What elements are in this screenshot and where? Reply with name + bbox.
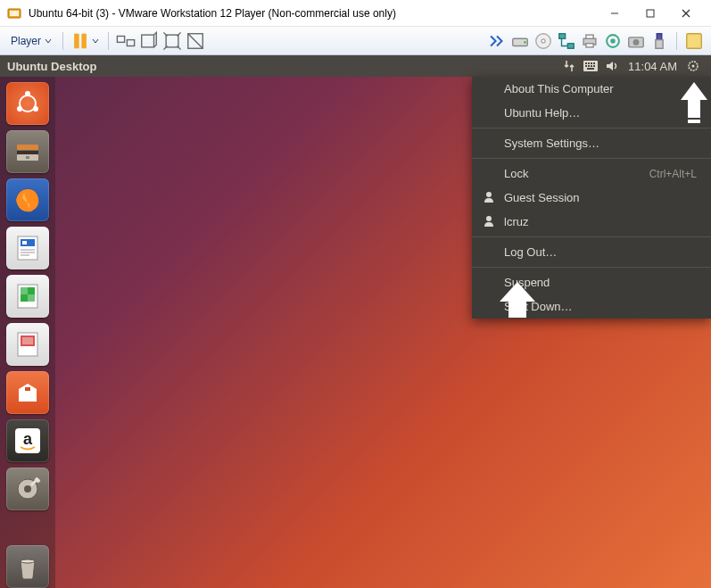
keyboard-indicator[interactable] [580,55,601,77]
svg-rect-8 [117,36,124,42]
svg-rect-3 [647,10,654,17]
unity-launcher: a [0,77,55,588]
guest-display: Ubuntu Desktop 11:04 AM a [0,55,711,588]
svg-rect-31 [657,33,662,39]
svg-point-47 [25,91,30,96]
system-settings-button[interactable] [6,468,49,510]
network-icon[interactable] [557,31,576,51]
impress-button[interactable] [6,323,49,366]
svg-rect-41 [591,65,592,67]
chevron-down-icon [45,37,52,45]
svg-text:a: a [23,430,33,448]
svg-rect-40 [588,65,590,67]
menu-log-out[interactable]: Log Out… [472,240,711,264]
svg-rect-39 [585,65,587,67]
svg-rect-43 [587,68,594,70]
network-indicator[interactable] [558,55,580,77]
menu-guest-session[interactable]: Guest Session [472,186,711,210]
maximize-button[interactable] [632,1,668,26]
amazon-button[interactable]: a [6,419,49,462]
svg-point-19 [524,41,526,44]
svg-rect-57 [22,241,27,244]
svg-line-17 [188,33,203,48]
svg-rect-64 [28,294,35,302]
svg-point-28 [610,38,616,44]
close-button[interactable] [668,1,704,26]
calc-button[interactable] [6,275,49,318]
shortcut-label: Ctrl+Alt+L [649,168,697,180]
menu-about-computer[interactable]: About This Computer [472,77,711,101]
snapshot-button[interactable] [139,31,159,51]
ubuntu-top-bar: Ubuntu Desktop 11:04 AM [0,55,711,77]
svg-rect-68 [25,387,30,391]
svg-rect-10 [142,35,154,47]
toolbar-separator [62,32,63,50]
svg-rect-33 [687,33,702,48]
menu-ubuntu-help[interactable]: Ubuntu Help… [472,101,711,125]
menu-separator [472,236,711,237]
annotation-arrow-shutdown [500,282,535,321]
svg-rect-38 [593,62,595,64]
menu-separator [472,267,711,268]
player-menu-label: Player [11,35,41,47]
menu-system-settings[interactable]: System Settings… [472,131,711,155]
chevron-down-icon[interactable] [92,37,99,45]
minimize-button[interactable] [597,1,632,26]
annotation-arrow-gear [681,82,707,128]
printer-icon[interactable] [580,31,599,51]
system-menu-button[interactable] [682,55,704,77]
pause-button[interactable] [70,31,90,51]
firefox-button[interactable] [6,178,49,221]
unity-button[interactable] [186,31,205,51]
usb-icon[interactable] [649,31,669,51]
svg-rect-1 [10,11,19,16]
svg-point-75 [486,192,492,197]
user-icon [483,214,495,229]
svg-rect-22 [559,33,566,38]
svg-rect-35 [585,62,587,64]
svg-rect-37 [591,62,592,64]
send-ctrl-alt-del-button[interactable] [116,31,136,51]
files-button[interactable] [6,130,49,173]
clock[interactable]: 11:04 AM [628,60,677,73]
toolbar-separator [108,32,109,50]
camera-icon[interactable] [626,31,646,51]
writer-button[interactable] [6,227,49,269]
trash-button[interactable] [6,545,49,588]
menu-separator [472,128,711,128]
user-icon [483,190,495,205]
menu-separator [472,158,711,159]
window-controls [597,1,704,26]
menu-lock[interactable]: LockCtrl+Alt+L [472,161,711,186]
player-menu-button[interactable]: Player [5,33,57,49]
svg-rect-42 [593,65,595,67]
svg-point-72 [24,485,31,493]
fullscreen-button[interactable] [162,31,182,51]
manage-button[interactable] [684,31,704,51]
svg-rect-53 [26,156,29,159]
sound-icon[interactable] [603,31,623,51]
svg-point-45 [692,65,695,68]
cd-icon[interactable] [533,31,553,51]
software-center-button[interactable] [6,371,49,414]
svg-rect-50 [17,145,38,150]
svg-rect-63 [21,287,28,294]
svg-point-21 [542,38,545,42]
svg-rect-23 [567,43,574,48]
svg-rect-36 [588,62,590,64]
toolbar-separator [676,32,677,50]
dash-button[interactable] [6,82,49,125]
svg-point-49 [33,106,38,112]
svg-rect-25 [586,35,593,38]
chevrons-icon[interactable] [487,31,507,51]
svg-point-48 [17,106,22,112]
ubuntu-bar-title: Ubuntu Desktop [7,60,558,73]
svg-rect-51 [17,151,38,154]
svg-rect-67 [22,337,33,344]
svg-rect-26 [586,43,593,46]
svg-point-30 [633,38,640,45]
svg-rect-6 [74,33,79,48]
menu-user[interactable]: lcruz [472,210,711,234]
sound-indicator[interactable] [601,55,623,77]
hard-disk-icon[interactable] [510,31,530,51]
